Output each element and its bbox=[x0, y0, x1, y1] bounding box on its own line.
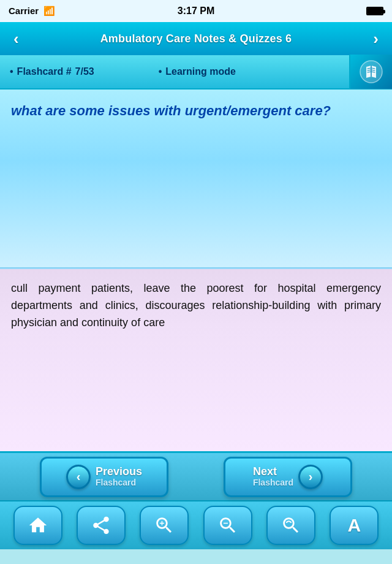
home-icon bbox=[28, 515, 48, 536]
answer-text: cull payment patients, leave the poorest… bbox=[11, 280, 381, 332]
next-sub-label: Flashcard bbox=[253, 478, 293, 487]
book-icon-container bbox=[349, 55, 392, 89]
book-icon bbox=[359, 59, 383, 84]
prev-arrow-icon: ‹ bbox=[66, 465, 91, 489]
share-button[interactable] bbox=[77, 506, 126, 545]
nav-back-arrow[interactable]: ‹ bbox=[9, 27, 24, 51]
flashcard-counter: • Flashcard # 7/53 bbox=[10, 66, 94, 77]
next-label: Next bbox=[253, 466, 277, 478]
font-icon: A bbox=[347, 515, 361, 536]
prev-sub-label: Flashcard bbox=[96, 478, 136, 487]
battery-indicator bbox=[366, 7, 383, 15]
question-area: what are some issues with urgent/emergen… bbox=[0, 90, 392, 267]
toolbar: A bbox=[0, 500, 392, 549]
share-icon bbox=[91, 515, 111, 536]
zoom-out-button[interactable] bbox=[203, 506, 252, 545]
bottom-navigation: ‹ Previous Flashcard Next Flashcard › bbox=[0, 451, 392, 500]
search-button[interactable] bbox=[266, 506, 315, 545]
next-button-text: Next Flashcard bbox=[253, 466, 293, 488]
question-text: what are some issues with urgent/emergen… bbox=[11, 102, 381, 120]
nav-bar: ‹ Ambulatory Care Notes & Quizzes 6 › bbox=[0, 22, 392, 55]
prev-label: Previous bbox=[96, 466, 142, 478]
home-button[interactable] bbox=[13, 506, 62, 545]
answer-area: cull payment patients, leave the poorest… bbox=[0, 269, 392, 451]
dot-right: • bbox=[159, 66, 162, 77]
prev-button-text: Previous Flashcard bbox=[96, 466, 142, 488]
search-icon bbox=[281, 515, 301, 536]
flashcard-num: 7/53 bbox=[75, 66, 94, 77]
status-bar: Carrier 📶 3:17 PM bbox=[0, 0, 392, 22]
flashcard-label: Flashcard # bbox=[17, 66, 72, 77]
main-content: what are some issues with urgent/emergen… bbox=[0, 90, 392, 451]
wifi-icon: 📶 bbox=[43, 6, 55, 16]
prev-flashcard-button[interactable]: ‹ Previous Flashcard bbox=[40, 457, 168, 497]
learning-mode: • Learning mode bbox=[159, 66, 285, 77]
time-display: 3:17 PM bbox=[178, 6, 214, 17]
zoom-in-icon bbox=[154, 515, 175, 536]
next-arrow-icon: › bbox=[298, 465, 323, 489]
dot-left: • bbox=[10, 66, 13, 77]
nav-title: Ambulatory Care Notes & Quizzes 6 bbox=[24, 32, 369, 45]
nav-forward-arrow[interactable]: › bbox=[368, 27, 383, 51]
carrier-label: Carrier 📶 bbox=[9, 6, 55, 17]
learning-mode-label: Learning mode bbox=[165, 66, 236, 77]
zoom-out-icon bbox=[217, 515, 238, 536]
zoom-in-button[interactable] bbox=[140, 506, 189, 545]
font-button[interactable]: A bbox=[330, 506, 379, 545]
next-flashcard-button[interactable]: Next Flashcard › bbox=[224, 457, 352, 497]
info-bar: • Flashcard # 7/53 • Learning mode bbox=[0, 55, 392, 90]
